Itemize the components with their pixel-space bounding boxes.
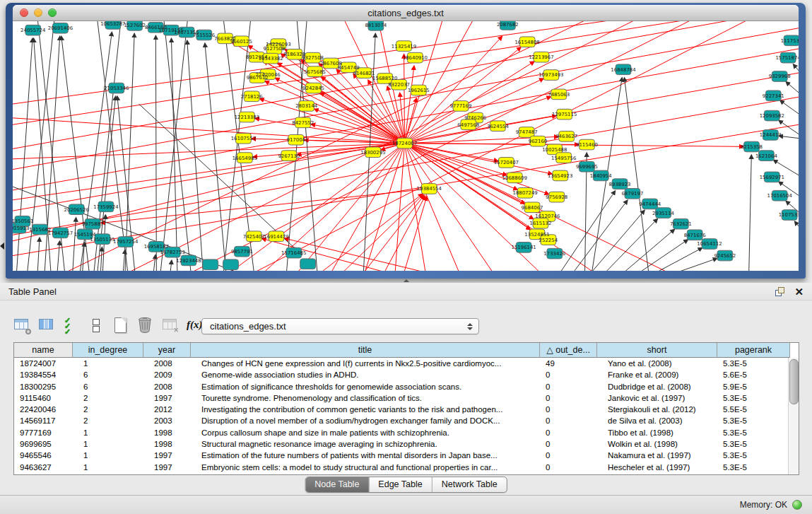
graph-node-label: 13505135	[90, 237, 114, 243]
table-row[interactable]: 911546021997Tourette syndrome. Phenomeno…	[14, 392, 799, 404]
network-view[interactable]: 1872400718300295193845549777169974626664…	[13, 21, 799, 271]
table-cell: 0	[540, 381, 597, 392]
graph-edge[interactable]	[337, 194, 423, 271]
column-header-year[interactable]: year	[143, 343, 191, 358]
graph-edge[interactable]	[93, 21, 122, 271]
new-file-icon[interactable]	[112, 315, 130, 335]
graph-edge[interactable]	[100, 247, 102, 271]
table-selector-dropdown[interactable]: citations_edges.txt	[201, 318, 479, 334]
graph-edge[interactable]	[13, 97, 799, 235]
graph-edge[interactable]	[794, 64, 799, 87]
table-cell: 1	[73, 462, 143, 473]
graph-edge[interactable]	[749, 155, 752, 271]
graph-node-label: 9242845	[302, 86, 324, 91]
graph-node[interactable]	[223, 259, 239, 270]
graph-edge[interactable]	[13, 144, 405, 159]
graph-edge[interactable]	[632, 240, 688, 271]
table-settings-icon[interactable]	[13, 315, 31, 335]
table-row[interactable]: 1872400712008Changes of HCN gene express…	[14, 358, 799, 369]
graph-edge[interactable]	[360, 195, 424, 271]
close-window-button[interactable]	[20, 8, 28, 17]
graph-edge[interactable]	[170, 260, 172, 271]
graph-node[interactable]	[300, 259, 316, 269]
rows-icon[interactable]	[87, 315, 105, 335]
graph-edge[interactable]	[153, 255, 155, 271]
zoom-window-button[interactable]	[48, 8, 57, 17]
graph-edge[interactable]	[779, 136, 799, 139]
trash-icon[interactable]	[136, 315, 155, 335]
graph-edge[interactable]	[171, 38, 177, 271]
network-canvas[interactable]: 1872400718300295193845549777169974626664…	[13, 21, 799, 271]
column-header-in-degree[interactable]: in_degree	[73, 343, 143, 358]
table-row[interactable]: 1830029562008Estimation of significance …	[14, 381, 799, 392]
table-row[interactable]: 1938455462009Genome-wide association stu…	[14, 369, 799, 380]
minimize-window-button[interactable]	[34, 8, 42, 17]
graph-edge[interactable]	[125, 34, 134, 271]
table-columns-icon[interactable]	[37, 315, 56, 335]
table-row[interactable]: 946362711997Embryonic stem cells: a mode…	[14, 462, 799, 473]
table-row[interactable]: 1456911722003Disruption of a novel membe…	[14, 415, 799, 426]
tab-network-table[interactable]: Network Table	[432, 477, 507, 492]
graph-edge[interactable]	[795, 221, 799, 243]
graph-edge[interactable]	[37, 238, 40, 271]
table-row[interactable]: 2242004622012Investigating the contribut…	[14, 404, 799, 415]
tab-edge-table[interactable]: Edge Table	[368, 477, 431, 492]
table-cell: 0	[540, 404, 597, 415]
table-cell: 0	[540, 369, 597, 380]
graph-edge[interactable]	[662, 258, 717, 271]
window-titlebar[interactable]: citations_edges.txt	[13, 5, 799, 21]
graph-edge[interactable]	[779, 120, 799, 143]
graph-node[interactable]	[203, 259, 218, 270]
graph-edge[interactable]	[57, 241, 59, 271]
graph-edge[interactable]	[160, 21, 188, 271]
graph-edge[interactable]	[265, 81, 404, 144]
graph-edge[interactable]	[405, 144, 427, 271]
graph-edge[interactable]	[395, 144, 405, 271]
delete-table-icon[interactable]: ✕	[161, 315, 180, 335]
table-panel-title: Table Panel	[8, 286, 57, 297]
graph-edge[interactable]	[101, 189, 429, 223]
graph-edge[interactable]	[624, 78, 649, 271]
table-cell: 18300295	[14, 381, 73, 392]
graph-node-label: 12213383	[235, 115, 259, 120]
graph-edge[interactable]	[205, 43, 227, 271]
graph-edge[interactable]	[13, 49, 799, 190]
graph-edge[interactable]	[570, 200, 628, 271]
graph-edge[interactable]	[123, 250, 125, 271]
column-header-pagerank[interactable]: pagerank	[717, 343, 790, 358]
collapse-panel-arrow[interactable]	[0, 243, 4, 250]
float-panel-icon[interactable]	[775, 287, 784, 296]
window-resize-grip[interactable]	[789, 260, 798, 269]
graph-node-label: 21053346	[104, 86, 129, 91]
graph-edge[interactable]	[780, 100, 799, 123]
graph-edge[interactable]	[155, 35, 156, 271]
vertical-scrollbar[interactable]	[788, 358, 799, 474]
table-row[interactable]: 946554611997Estimation of the future num…	[14, 450, 799, 461]
column-header-title[interactable]: title	[191, 343, 540, 358]
table-cell: Tourette syndrome. Phenomenology and cla…	[191, 392, 540, 404]
graph-edge[interactable]	[647, 248, 702, 271]
graph-node-label: 9684067	[522, 205, 543, 211]
table-row[interactable]: 977716911998Corpus callosum shape and si…	[14, 427, 799, 438]
scrollbar-thumb[interactable]	[789, 359, 799, 404]
table-cell: 5.3E-5	[717, 438, 790, 450]
x-icon: ✕	[173, 327, 179, 334]
graph-edge[interactable]	[163, 21, 192, 271]
select-columns-icon[interactable]: ✓✓✓	[62, 315, 81, 335]
column-header-short[interactable]: short	[597, 343, 717, 358]
table-row[interactable]: 969969511998Structural magnetic resonanc…	[14, 438, 799, 450]
traffic-lights	[20, 8, 57, 17]
graph-edge[interactable]	[13, 144, 405, 242]
table-cell: 0	[540, 450, 597, 461]
table-panel: Table Panel ✕ ✓✓✓	[0, 283, 812, 495]
graph-edge[interactable]	[382, 196, 425, 271]
tab-node-table[interactable]: Node Table	[305, 477, 368, 492]
table-cell: 2	[73, 415, 143, 426]
column-header-out-de-[interactable]: △ out_de...	[540, 343, 597, 358]
graph-edge[interactable]	[405, 144, 507, 175]
column-header-name[interactable]: name	[14, 343, 73, 358]
graph-edge[interactable]	[405, 144, 743, 147]
close-panel-icon[interactable]: ✕	[794, 287, 804, 296]
graph-edge[interactable]	[786, 82, 799, 104]
graph-edge[interactable]	[16, 38, 33, 271]
